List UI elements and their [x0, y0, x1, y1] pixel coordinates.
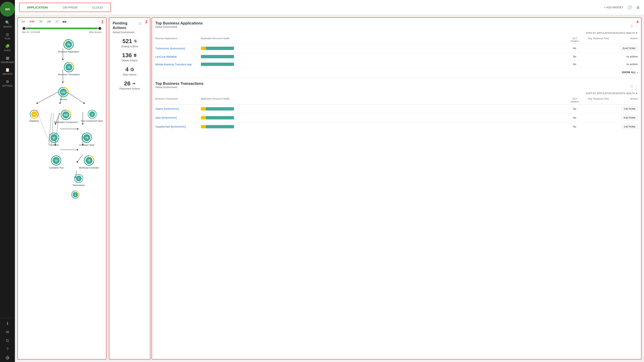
- scaling-actions[interactable]: 521 ⇅ Scaling Actions: [113, 38, 146, 48]
- time-1m[interactable]: 1M: [46, 20, 52, 24]
- placement-actions[interactable]: 26 ➜ Placement Actions: [113, 80, 146, 90]
- pending-actions-panel: 3 Pending Actions Global Environment ⓘ ⋮…: [109, 18, 150, 359]
- stop-actions[interactable]: 4 ⏻ Stop Actions: [113, 66, 146, 76]
- node-biz-trans-label: Business Transaction: [58, 73, 80, 76]
- sidebar-item-mail[interactable]: ✉: [0, 328, 15, 336]
- sidebar-item-settings[interactable]: ⚙ SETTINGS: [0, 77, 15, 89]
- svg-text:132: 132: [61, 91, 66, 94]
- trans-health-visual-3: [201, 125, 234, 128]
- history-icon[interactable]: 🕐: [628, 5, 632, 10]
- biz-apps-title: Top Business Applications: [155, 21, 203, 26]
- add-widget-button[interactable]: + ADD WIDGET: [604, 6, 623, 9]
- slider-thumb-left[interactable]: [22, 26, 26, 31]
- node-app-comp[interactable]: 102 Application Component: [54, 110, 78, 123]
- node-namespace[interactable]: 5 Namespace: [73, 174, 85, 187]
- sidebar-label-plan: PLAN: [5, 38, 10, 40]
- no-actions-2: no actions: [613, 55, 638, 58]
- biz-trans-help-icon[interactable]: ⓘ: [630, 85, 633, 88]
- trans-btn-1[interactable]: 3 ACTIONS: [622, 107, 638, 111]
- sidebar-item-place[interactable]: 🧩 PLACE: [0, 42, 15, 54]
- right-panel: 4 Top Business Applications Global Envir…: [152, 18, 642, 359]
- print-icon[interactable]: 🖨: [636, 5, 640, 10]
- time-7d[interactable]: 7D: [38, 20, 44, 24]
- slo-1: No: [565, 47, 584, 50]
- biz-trans-header-left: Top Business Transactions Global Environ…: [155, 81, 204, 91]
- biz-apps-help-icon[interactable]: ⓘ: [630, 24, 633, 28]
- prev-arrow[interactable]: ◀: [62, 20, 64, 23]
- delete-number: 136 🗑: [122, 52, 137, 59]
- slider-track[interactable]: [22, 28, 102, 29]
- sidebar-item-reports[interactable]: 📋 REPORTS: [0, 66, 15, 77]
- health-bar-visual-3: [201, 63, 234, 66]
- time-24h[interactable]: 24H: [28, 20, 36, 24]
- biz-app-name-1[interactable]: Turbonomic [turbonomic]: [155, 47, 201, 50]
- col-header-trans-actions: Actions: [613, 97, 638, 103]
- sidebar-item-info[interactable]: ℹ: [0, 319, 15, 328]
- trans-name-1[interactable]: /status [turbonomic]: [155, 107, 201, 110]
- trans-green-2: [206, 116, 234, 119]
- trans-slo-2: No: [565, 116, 584, 119]
- scaling-count: 521: [122, 38, 132, 45]
- sidebar-item-plan[interactable]: ◎ PLAN: [0, 30, 15, 42]
- plan-icon: ◎: [6, 32, 9, 37]
- place-icon: 🧩: [5, 44, 10, 49]
- node-container-spec[interactable]: 75 Container Spec: [79, 132, 95, 146]
- content-area: 2 2H 24H 7D 1M 1Y ◀ ▶: [15, 15, 644, 362]
- node-bottom[interactable]: 1: [71, 191, 80, 199]
- tab-cloud[interactable]: CLOUD: [85, 3, 110, 12]
- tab-application[interactable]: APPLICATION: [20, 3, 55, 12]
- sidebar-item-search[interactable]: 🔍 SEARCH: [0, 18, 15, 30]
- app-logo[interactable]: on: [0, 2, 15, 17]
- biz-trans-sort-icon: ▼: [636, 92, 638, 95]
- biz-apps-icons: ⓘ ⋮: [630, 24, 638, 28]
- sidebar-item-help[interactable]: ?: [0, 345, 15, 353]
- trans-green-1: [206, 107, 234, 110]
- node-biz-app[interactable]: 25 Business Application: [58, 39, 79, 53]
- sidebar-item-power[interactable]: ⏻: [0, 353, 15, 362]
- biz-apps-sort-bar[interactable]: SORT BY: APPLICATION RESOURCE HEALTH ▼: [155, 32, 638, 34]
- trans-name-3[interactable]: /supplychain [turbonomic]: [155, 125, 201, 128]
- biz-apps-more-icon[interactable]: ⋮: [635, 24, 638, 28]
- biz-app-name-3[interactable]: Mobile-Banking-Transfers-App: [155, 63, 201, 66]
- biz-trans-sort-bar[interactable]: SORT BY: APPLICATION RESOURCE HEALTH ▼: [155, 92, 638, 95]
- sidebar-label-dashboard: DASHBOARD: [1, 61, 14, 63]
- pending-title-text: Pending Actions: [113, 21, 139, 30]
- node-app-comp-spec[interactable]: 9 App Component Spec: [81, 110, 103, 122]
- delete-label: Delete Actions: [122, 59, 138, 62]
- time-1y[interactable]: 1Y: [54, 20, 60, 24]
- time-2h[interactable]: 2H: [20, 20, 26, 24]
- node-database[interactable]: 13 Database: [29, 110, 39, 122]
- biz-trans-more-icon[interactable]: ⋮: [635, 85, 638, 88]
- biz-app-name-2[interactable]: LexCorp WebMail: [155, 55, 201, 58]
- sidebar-item-dashboard[interactable]: ▦ DASHBOARD: [0, 54, 15, 66]
- node-container-pod[interactable]: 75 Container Pod: [49, 155, 63, 169]
- health-yellow-1: [201, 47, 206, 50]
- sidebar-item-google[interactable]: G: [0, 336, 15, 345]
- show-all-chevron: ›: [637, 71, 638, 74]
- main-tabs: APPLICATION ON-PREM CLOUD: [19, 3, 111, 12]
- actions-cell-1: 25 ACTIONS: [613, 46, 638, 51]
- svg-line-13: [37, 112, 50, 145]
- tab-onprem[interactable]: ON-PREM: [55, 3, 85, 12]
- node-workload[interactable]: 72 Workload Controller: [79, 155, 99, 169]
- trans-btn-3[interactable]: 3 ACTIONS: [622, 124, 638, 129]
- delete-count: 136: [122, 52, 132, 59]
- health-full-green-2: [201, 55, 234, 58]
- node-service[interactable]: 132 Service: [58, 87, 68, 101]
- delete-actions[interactable]: 136 🗑 Delete Actions: [113, 52, 146, 62]
- node-container[interactable]: 81 Container: [49, 132, 59, 146]
- top-nav-right: + ADD WIDGET 🕐 🖨: [604, 5, 640, 10]
- slo-2: No: [565, 55, 584, 58]
- actions-btn-1[interactable]: 25 ACTIONS: [620, 46, 638, 51]
- node-biz-trans[interactable]: 72 Business Transaction: [58, 62, 80, 76]
- col-header-trans-health: Application Resource Health: [201, 97, 565, 103]
- trans-name-2[interactable]: /plan [turbonomic]: [155, 116, 201, 119]
- trans-btn-2[interactable]: 8 ACTIONS: [622, 115, 638, 120]
- slider-thumb-right[interactable]: [98, 26, 102, 31]
- next-arrow[interactable]: ▶: [64, 20, 67, 23]
- show-all-biz-apps[interactable]: SHOW ALL ›: [155, 68, 638, 76]
- sidebar-label-reports: REPORTS: [2, 73, 12, 75]
- biz-app-row-2: LexCorp WebMail No no actions: [155, 53, 638, 61]
- pending-help-icon[interactable]: ⓘ: [139, 22, 142, 26]
- search-icon: 🔍: [5, 20, 10, 25]
